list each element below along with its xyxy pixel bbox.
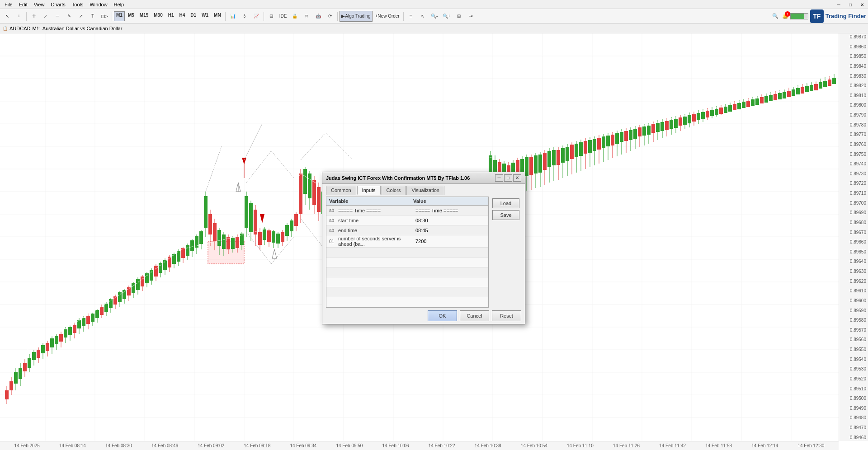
dialog-maximize-btn[interactable]: □ (504, 174, 512, 182)
tf-d1[interactable]: D1 (188, 11, 198, 21)
table-row[interactable]: ab ===== Time ===== ===== Time ===== (326, 206, 488, 216)
tf-m15[interactable]: M15 (137, 11, 151, 21)
chart-title-bar: 📋 AUDCAD M1: Australian Dollar vs Canadi… (0, 23, 868, 33)
svg-rect-125 (208, 214, 212, 234)
price-9: 0.89780 (841, 122, 866, 127)
svg-rect-335 (638, 127, 642, 136)
cancel-button[interactable]: Cancel (460, 310, 489, 321)
tab-colors[interactable]: Colors (382, 186, 406, 195)
toolbar-arrow[interactable]: ↗ (75, 11, 86, 22)
maximize-button[interactable]: □ (844, 0, 856, 9)
toolbar-add-btn[interactable]: + (14, 11, 24, 22)
toolbar-pen[interactable]: ✎ (64, 11, 75, 22)
toolbar-ide[interactable]: IDE (278, 11, 289, 22)
tf-m1[interactable]: M1 (114, 11, 125, 21)
search-button[interactable]: 🔍 (770, 11, 780, 21)
toolbar-text[interactable]: T (87, 11, 98, 22)
dialog-titlebar: Judas Swing ICT Forex With Confirmation … (322, 172, 525, 184)
time-10: 14 Feb 10:38 (475, 443, 501, 448)
menu-tools[interactable]: Tools (69, 1, 86, 8)
svg-rect-295 (547, 151, 551, 167)
toolbar-line[interactable]: ⟋ (40, 11, 51, 22)
svg-rect-135 (231, 238, 235, 249)
menu-edit[interactable]: Edit (16, 1, 30, 8)
row-2-value[interactable]: 08:45 (415, 228, 486, 233)
table-row[interactable]: 01 number of seconds server is ahead (ba… (326, 235, 488, 248)
ok-button[interactable]: OK (428, 310, 457, 321)
menu-window[interactable]: Window (87, 1, 110, 8)
toolbar-volume[interactable]: ∿ (417, 11, 428, 22)
toolbar-crosshair[interactable]: ✛ (28, 11, 39, 22)
svg-rect-329 (624, 131, 628, 141)
menu-help[interactable]: Help (111, 1, 127, 8)
reset-button[interactable]: Reset (492, 310, 521, 321)
brand-name: Trading Finder (826, 13, 866, 19)
load-button[interactable]: Load (492, 198, 519, 208)
toolbar-zoom-minus[interactable]: 🔍- (429, 11, 440, 22)
dialog-minimize-btn[interactable]: ─ (495, 174, 503, 182)
minimize-button[interactable]: ─ (833, 0, 844, 9)
toolbar-refresh[interactable]: ⟳ (325, 11, 335, 22)
toolbar-sep-6 (403, 12, 404, 21)
svg-rect-401 (787, 91, 791, 97)
chart-type-line[interactable]: 📈 (251, 11, 262, 22)
toolbar-lock[interactable]: 🔒 (289, 11, 300, 22)
svg-rect-357 (688, 115, 691, 123)
price-10: 0.89770 (841, 132, 866, 137)
table-empty-row (326, 258, 488, 267)
tab-inputs[interactable]: Inputs (357, 186, 381, 195)
chart-type-candle[interactable]: 🕯 (239, 11, 250, 22)
logo-icon: TF (810, 9, 824, 23)
table-row[interactable]: ab start time 08:30 (326, 216, 488, 225)
row-3-value[interactable]: 7200 (415, 239, 486, 244)
toolbar-grid[interactable]: ⊞ (453, 11, 464, 22)
table-empty-row (326, 267, 488, 277)
toolbar-shapes[interactable]: ◻▷ (99, 11, 110, 22)
tf-h1[interactable]: H1 (166, 11, 176, 21)
price-26: 0.89610 (841, 288, 866, 293)
toolbar-zoom-out-chart[interactable]: ⊟ (266, 11, 277, 22)
toolbar-cursor-tool[interactable]: ↖ (2, 11, 13, 22)
save-button[interactable]: Save (492, 210, 519, 220)
tf-h4[interactable]: H4 (177, 11, 188, 21)
svg-rect-339 (647, 126, 651, 135)
time-16: 14 Feb 12:14 (751, 443, 778, 448)
svg-rect-185 (317, 187, 321, 212)
row-1-value[interactable]: 08:30 (415, 218, 486, 223)
menu-charts[interactable]: Charts (48, 1, 68, 8)
toolbar-levels[interactable]: ≡ (406, 11, 416, 22)
svg-rect-351 (674, 119, 678, 128)
price-25: 0.89620 (841, 279, 866, 284)
tab-common[interactable]: Common (326, 186, 356, 195)
toolbar-zoom-plus[interactable]: 🔍+ (441, 11, 453, 22)
chart-type-bar[interactable]: 📊 (227, 11, 238, 22)
toolbar-sep-5 (337, 12, 338, 21)
toolbar-hline[interactable]: ─ (52, 11, 63, 22)
notification-button[interactable]: 🔔 1 (782, 13, 788, 19)
price-1: 0.89860 (841, 44, 866, 49)
close-button[interactable]: ✕ (856, 0, 868, 9)
toolbar-robot[interactable]: 🤖 (313, 11, 324, 22)
tab-visualization[interactable]: Visualization (406, 186, 444, 195)
table-row[interactable]: ab end time 08:45 (326, 225, 488, 235)
toolbar-indicator[interactable]: ≋ (301, 11, 312, 22)
dialog-close-btn[interactable]: ✕ (513, 174, 521, 182)
new-order-btn[interactable]: + New Order (373, 11, 401, 22)
toolbar-auto-scroll[interactable]: ⇥ (465, 11, 476, 22)
tf-w1[interactable]: W1 (199, 11, 211, 21)
svg-rect-175 (294, 214, 298, 226)
menu-view[interactable]: View (31, 1, 47, 8)
row-0-name: ===== Time ===== (337, 208, 415, 213)
price-3: 0.89840 (841, 64, 866, 69)
time-8: 14 Feb 10:06 (382, 443, 409, 448)
time-3: 14 Feb 08:46 (151, 443, 178, 448)
tf-m30[interactable]: M30 (151, 11, 165, 21)
menu-file[interactable]: File (2, 1, 15, 8)
tf-mn[interactable]: MN (212, 11, 223, 21)
svg-rect-417 (823, 81, 827, 87)
algo-trading-btn[interactable]: ▶ Algo Trading (340, 11, 372, 22)
price-29: 0.89580 (841, 318, 866, 323)
svg-rect-325 (615, 133, 619, 144)
tf-m5[interactable]: M5 (126, 11, 137, 21)
svg-marker-150 (260, 214, 264, 223)
